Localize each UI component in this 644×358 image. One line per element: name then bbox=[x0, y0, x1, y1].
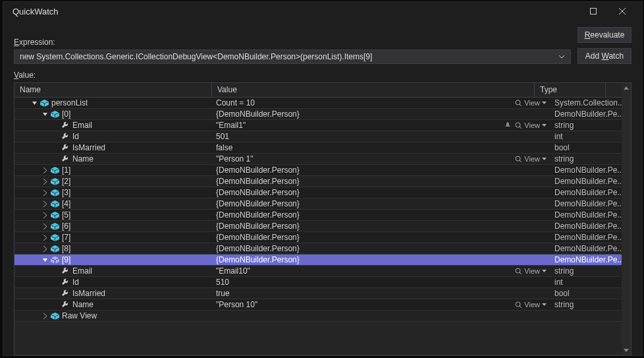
type-cell: string bbox=[550, 300, 622, 309]
row-name: IsMarried bbox=[72, 289, 105, 298]
watch-row[interactable]: [9]{DemoNBuilder.Person}DemoNBuilder.Pe.… bbox=[14, 254, 622, 266]
row-name: [4] bbox=[62, 199, 70, 208]
object-icon bbox=[50, 109, 59, 119]
type-cell: string bbox=[550, 266, 622, 276]
expander-placeholder bbox=[52, 122, 59, 129]
watch-row[interactable]: [2]{DemoNBuilder.Person}DemoNBuilder.Pe.… bbox=[14, 176, 622, 187]
grid-rows: personListCount = 10ViewSystem.Collectio… bbox=[14, 98, 622, 322]
value-cell: {DemoNBuilder.Person} bbox=[212, 244, 550, 253]
watch-grid: Name Value Type personListCount = 10View… bbox=[14, 82, 631, 355]
watch-row[interactable]: [4]{DemoNBuilder.Person}DemoNBuilder.Pe.… bbox=[14, 198, 622, 210]
watch-row[interactable]: personListCount = 10ViewSystem.Collectio… bbox=[14, 98, 622, 109]
expander-toggle[interactable] bbox=[41, 167, 48, 173]
expander-toggle[interactable] bbox=[41, 223, 48, 229]
watch-row[interactable]: Name"Person 10"Viewstring bbox=[14, 299, 622, 311]
name-cell: [2] bbox=[14, 177, 212, 186]
value-cell: {DemoNBuilder.Person} bbox=[212, 210, 550, 220]
view-visualizer-button[interactable]: View bbox=[515, 99, 547, 107]
watch-row[interactable]: Email"Email10"Viewstring bbox=[14, 266, 622, 277]
watch-row[interactable]: Raw View bbox=[14, 311, 622, 322]
expander-toggle[interactable] bbox=[41, 256, 48, 263]
type-cell: string bbox=[550, 154, 622, 164]
row-name: [5] bbox=[62, 210, 70, 220]
row-name: [9] bbox=[62, 255, 70, 264]
watch-row[interactable]: [6]{DemoNBuilder.Person}DemoNBuilder.Pe.… bbox=[14, 221, 622, 232]
expander-toggle[interactable] bbox=[41, 234, 48, 241]
pin-icon[interactable] bbox=[503, 122, 512, 129]
watch-row[interactable]: IsMarriedtruebool bbox=[14, 288, 622, 299]
wrench-icon bbox=[61, 121, 70, 130]
row-name: Name bbox=[72, 154, 94, 164]
wrench-icon bbox=[61, 154, 70, 164]
expander-placeholder bbox=[52, 268, 59, 274]
row-value: "Person 1" bbox=[216, 154, 515, 164]
expression-text: new System.Collections.Generic.ICollecti… bbox=[20, 52, 556, 61]
value-cell: {DemoNBuilder.Person} bbox=[212, 177, 550, 186]
maximize-icon bbox=[590, 8, 597, 15]
maximize-button[interactable] bbox=[579, 2, 608, 20]
row-name: [0] bbox=[62, 109, 70, 119]
wrench-icon bbox=[61, 300, 70, 309]
expander-toggle[interactable] bbox=[41, 200, 48, 207]
object-icon bbox=[50, 177, 59, 186]
view-visualizer-button[interactable]: View bbox=[515, 301, 547, 309]
grid-header: Name Value Type bbox=[14, 83, 622, 98]
reevaluate-button[interactable]: Reevaluate bbox=[577, 27, 631, 43]
name-cell: IsMarried bbox=[14, 143, 212, 152]
vertical-scrollbar[interactable] bbox=[622, 83, 631, 355]
expander-toggle[interactable] bbox=[41, 313, 48, 319]
expander-toggle[interactable] bbox=[41, 178, 48, 185]
titlebar[interactable]: QuickWatch bbox=[3, 2, 642, 20]
expression-dropdown[interactable] bbox=[556, 55, 568, 59]
name-cell: [1] bbox=[14, 165, 212, 175]
row-name: Name bbox=[72, 300, 94, 309]
watch-row[interactable]: [8]{DemoNBuilder.Person}DemoNBuilder.Pe.… bbox=[14, 243, 622, 254]
watch-row[interactable]: Id501int bbox=[14, 131, 622, 142]
view-visualizer-button[interactable]: View bbox=[515, 155, 547, 163]
expander-toggle[interactable] bbox=[41, 111, 48, 117]
watch-row[interactable]: [0]{DemoNBuilder.Person}DemoNBuilder.Pe.… bbox=[14, 109, 622, 120]
wrench-icon bbox=[61, 278, 70, 287]
row-value: {DemoNBuilder.Person} bbox=[216, 255, 547, 264]
expression-combobox[interactable]: new System.Collections.Generic.ICollecti… bbox=[14, 49, 571, 64]
type-cell: bool bbox=[550, 289, 622, 298]
value-cell: {DemoNBuilder.Person} bbox=[212, 233, 550, 242]
chevron-down-icon bbox=[559, 55, 564, 59]
scroll-up-arrow[interactable] bbox=[622, 83, 631, 92]
expander-toggle[interactable] bbox=[41, 245, 48, 252]
column-header-name[interactable]: Name bbox=[14, 83, 212, 97]
expander-toggle[interactable] bbox=[41, 189, 48, 196]
row-name: [7] bbox=[62, 233, 70, 242]
expression-label: Expression: bbox=[14, 38, 571, 47]
view-visualizer-button[interactable]: View bbox=[515, 121, 547, 129]
add-watch-button[interactable]: Add Watch bbox=[577, 48, 631, 64]
watch-row[interactable]: Name"Person 1"Viewstring bbox=[14, 154, 622, 165]
expander-toggle[interactable] bbox=[41, 212, 48, 218]
window-title: QuickWatch bbox=[13, 7, 579, 16]
column-header-type[interactable]: Type bbox=[535, 83, 606, 97]
svg-point-4 bbox=[516, 268, 520, 273]
row-value: {DemoNBuilder.Person} bbox=[216, 199, 547, 208]
row-value: {DemoNBuilder.Person} bbox=[216, 165, 547, 175]
row-name: Email bbox=[72, 121, 92, 130]
watch-row[interactable]: Id510int bbox=[14, 277, 622, 288]
type-cell: int bbox=[550, 278, 622, 287]
watch-row[interactable]: [5]{DemoNBuilder.Person}DemoNBuilder.Pe.… bbox=[14, 210, 622, 221]
row-value: {DemoNBuilder.Person} bbox=[216, 177, 547, 186]
watch-row[interactable]: [7]{DemoNBuilder.Person}DemoNBuilder.Pe.… bbox=[14, 232, 622, 243]
close-button[interactable] bbox=[608, 2, 637, 20]
grid-body: Name Value Type personListCount = 10View… bbox=[14, 83, 631, 355]
watch-row[interactable]: [3]{DemoNBuilder.Person}DemoNBuilder.Pe.… bbox=[14, 187, 622, 198]
object-icon bbox=[50, 244, 59, 253]
watch-row[interactable]: IsMarriedfalsebool bbox=[14, 142, 622, 154]
watch-row[interactable]: [1]{DemoNBuilder.Person}DemoNBuilder.Pe.… bbox=[14, 165, 622, 176]
watch-row[interactable]: Email"Email1"Viewstring bbox=[14, 120, 622, 131]
name-cell: Name bbox=[14, 300, 212, 309]
view-visualizer-button[interactable]: View bbox=[515, 267, 547, 275]
name-cell: [6] bbox=[14, 222, 212, 231]
wrench-icon bbox=[61, 266, 70, 276]
column-header-value[interactable]: Value bbox=[212, 83, 535, 97]
button-column: Reevaluate Add Watch bbox=[577, 27, 631, 64]
scroll-down-arrow[interactable] bbox=[622, 345, 631, 355]
expander-toggle[interactable] bbox=[31, 100, 38, 106]
